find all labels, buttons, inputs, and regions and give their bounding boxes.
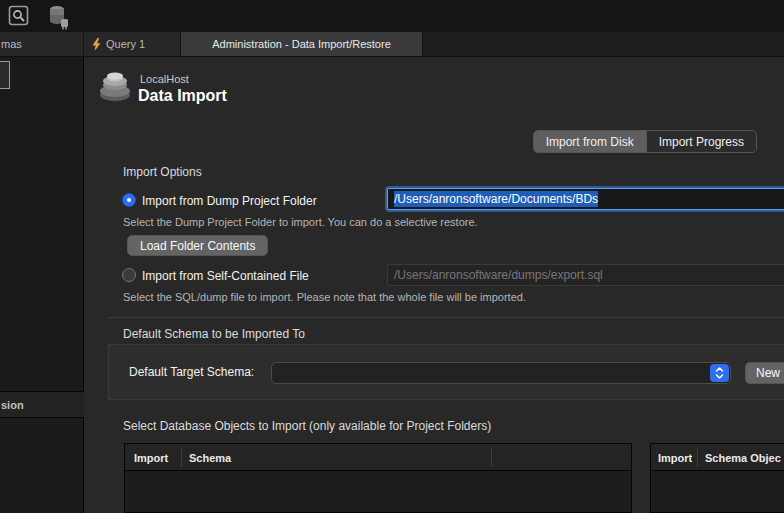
chevron-up-down-icon bbox=[710, 364, 729, 382]
column-header-schema-object[interactable]: Schema Objec bbox=[705, 444, 781, 471]
workbench-window: mas Query 1 Administration - Data Import… bbox=[0, 0, 784, 513]
load-folder-contents-button[interactable]: Load Folder Contents bbox=[127, 235, 268, 256]
lightning-icon bbox=[92, 38, 101, 51]
schema-objects-table[interactable]: Import Schema Objec bbox=[650, 443, 784, 513]
column-header-import[interactable]: Import bbox=[134, 444, 168, 471]
new-schema-button[interactable]: New bbox=[745, 362, 784, 384]
file-help-text: Select the SQL/dump file to import. Plea… bbox=[123, 291, 526, 303]
page-title: Data Import bbox=[138, 87, 227, 105]
default-schema-panel: Default Target Schema: New bbox=[108, 344, 784, 400]
column-header-import[interactable]: Import bbox=[658, 444, 692, 471]
tab-label: Administration - Data Import/Restore bbox=[212, 38, 391, 50]
sidebar: sion bbox=[0, 57, 84, 513]
column-separator[interactable] bbox=[491, 448, 492, 467]
column-separator bbox=[181, 448, 182, 467]
admin-tool-icon[interactable] bbox=[46, 3, 70, 34]
folder-path-input[interactable]: /Users/anronsoftware/Documents/BDs bbox=[387, 188, 784, 210]
column-separator bbox=[697, 448, 698, 467]
host-label: LocalHost bbox=[140, 73, 189, 85]
import-from-disk-tab[interactable]: Import from Disk bbox=[534, 131, 646, 152]
folder-help-text: Select the Dump Project Folder to import… bbox=[123, 216, 478, 228]
schema-objects-table-header: Import Schema Objec bbox=[651, 444, 784, 471]
schemas-table-header: Import Schema bbox=[125, 444, 631, 471]
folder-radio-label: Import from Dump Project Folder bbox=[142, 194, 317, 208]
default-target-schema-dropdown[interactable] bbox=[271, 362, 731, 384]
folder-path-value: /Users/anronsoftware/Documents/BDs bbox=[394, 191, 598, 207]
tab-label: Query 1 bbox=[106, 38, 145, 50]
tab-label: mas bbox=[1, 38, 22, 50]
file-path-value: /Users/anronsoftware/dumps/export.sql bbox=[394, 268, 603, 282]
file-radio[interactable] bbox=[122, 268, 136, 282]
database-stack-icon bbox=[96, 69, 134, 109]
folder-radio[interactable] bbox=[122, 193, 136, 207]
top-toolbar bbox=[0, 0, 784, 32]
default-schema-title: Default Schema to be Imported To bbox=[123, 327, 305, 341]
column-header-schema[interactable]: Schema bbox=[189, 444, 231, 471]
sidebar-section-session[interactable]: sion bbox=[0, 391, 84, 418]
sidebar-section-label: sion bbox=[0, 399, 24, 411]
file-radio-label: Import from Self-Contained File bbox=[142, 269, 309, 283]
data-import-panel: LocalHost Data Import Import from Disk I… bbox=[84, 57, 784, 513]
import-options-title: Import Options bbox=[123, 165, 202, 179]
file-path-input[interactable]: /Users/anronsoftware/dumps/export.sql bbox=[387, 264, 784, 286]
schemas-table[interactable]: Import Schema bbox=[124, 443, 632, 513]
view-switch: Import from Disk Import Progress bbox=[533, 130, 757, 153]
tab-query-1[interactable]: Query 1 bbox=[84, 32, 181, 56]
default-target-schema-label: Default Target Schema: bbox=[129, 345, 254, 399]
editor-tab-bar: mas Query 1 Administration - Data Import… bbox=[0, 32, 784, 57]
import-progress-tab[interactable]: Import Progress bbox=[646, 131, 756, 152]
sql-editor-icon[interactable] bbox=[8, 5, 29, 30]
objects-section-title: Select Database Objects to Import (only … bbox=[123, 419, 491, 433]
section-divider bbox=[108, 317, 784, 318]
tab-schemas-partial[interactable]: mas bbox=[0, 32, 84, 56]
tab-administration-data-import[interactable]: Administration - Data Import/Restore bbox=[181, 32, 423, 56]
sidebar-partial-item[interactable] bbox=[0, 61, 10, 89]
